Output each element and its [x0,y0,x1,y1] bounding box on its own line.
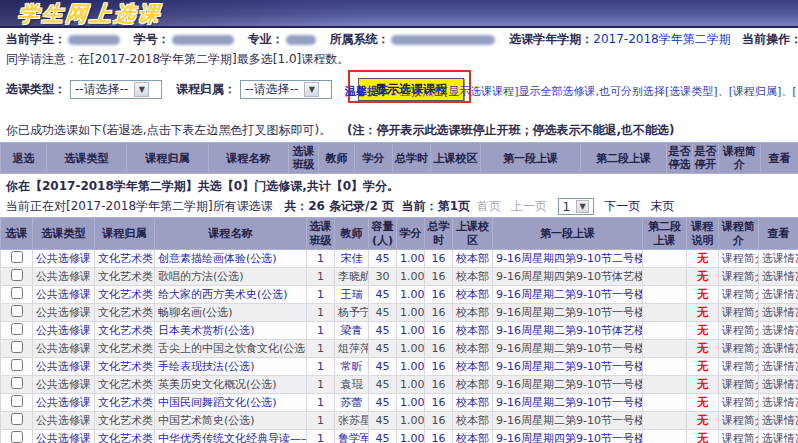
row-select-cell [1,411,33,429]
cell-credit: 1.00 [397,429,425,443]
cell-note: 无 [687,249,719,267]
cell-teacher: 宋佳 [335,249,369,267]
cell-schedule2 [643,249,687,267]
cell-view[interactable]: 选课情况 [759,375,798,393]
cell-type: 公共选修课 [33,411,95,429]
cell-campus: 校本部 [453,285,493,303]
row-select-cell [1,249,33,267]
course-select-checkbox[interactable] [11,395,23,407]
cell-cls: 1 [307,303,335,321]
column-header: 上课校区 [431,143,481,174]
column-header: 课程归属 [95,218,155,249]
cell-schedule1: 9-16周星期四第9-10节体艺楼110室(60人) [493,267,643,285]
cell-intro[interactable]: 课程简介 [719,357,759,375]
semester-label: 选课学年学期： [509,32,593,46]
course-category-select[interactable]: --请选择-- ▼ [240,80,332,99]
cell-view[interactable]: 选课情况 [759,285,798,303]
course-select-checkbox[interactable] [11,269,23,281]
cell-view[interactable]: 选课情况 [759,411,798,429]
record-count: 共：26 条记录/2 页 [284,199,394,213]
cell-note: 无 [687,411,719,429]
selected-summary: 你在【2017-2018学年第二学期】共选【0】门选修课,共计【0】学分。 [0,174,798,197]
cell-teacher: 王瑞 [335,285,369,303]
cell-intro[interactable]: 课程简介 [719,267,759,285]
column-header: 课程说明 [687,218,719,249]
column-header: 查看 [759,218,798,249]
cell-note: 无 [687,375,719,393]
cell-campus: 校本部 [453,393,493,411]
cell-view[interactable]: 选课情况 [759,393,798,411]
cell-view[interactable]: 选课情况 [759,249,798,267]
cell-type: 公共选修课 [33,339,95,357]
column-header: 第二段上课 [643,218,687,249]
row-select-cell [1,339,33,357]
cell-intro[interactable]: 课程简介 [719,321,759,339]
cell-intro[interactable]: 课程简介 [719,393,759,411]
semester-value[interactable]: 2017-2018学年第二学期 [593,32,730,46]
cell-intro[interactable]: 课程简介 [719,429,759,443]
course-select-checkbox[interactable] [11,305,23,317]
cell-name: 中华优秀传统文化经典导读——《道德经》(公选) [155,429,307,443]
cell-view[interactable]: 选课情况 [759,303,798,321]
cell-category: 文化艺术类 [95,321,155,339]
course-select-checkbox[interactable] [11,431,23,443]
cell-intro[interactable]: 课程简介 [719,303,759,321]
column-header: 是否停选 [667,143,693,174]
cell-view[interactable]: 选课情况 [759,357,798,375]
cell-view[interactable]: 选课情况 [759,321,798,339]
operation-label: 当前操作： [742,32,798,46]
table-row: 公共选修课文化艺术类给大家的西方美术史(公选)1王瑞451.0016校本部9-1… [1,285,798,303]
cell-hours: 16 [425,429,453,443]
cell-schedule1: 9-16周星期二第9-10节一号楼116室(50人) [493,375,643,393]
cell-type: 公共选修课 [33,375,95,393]
column-header: 容量(人) [369,218,397,249]
cell-cls: 1 [307,393,335,411]
cell-intro[interactable]: 课程简介 [719,249,759,267]
student-label: 当前学生： [6,32,66,46]
course-select-checkbox[interactable] [11,377,23,389]
cell-category: 文化艺术类 [95,339,155,357]
table-row: 公共选修课文化艺术类舌尖上的中国之饮食文化(公选)1俎萍萍451.0016校本部… [1,339,798,357]
row-select-cell [1,375,33,393]
column-header: 学分 [397,218,425,249]
cell-intro[interactable]: 课程简介 [719,285,759,303]
student-id-label: 学号： [134,32,170,46]
course-select-checkbox[interactable] [11,287,23,299]
column-header: 选课类型 [47,143,127,174]
cell-schedule1: 9-16周星期二第9-10节一号楼113室(70人) [493,339,643,357]
course-select-checkbox[interactable] [11,413,23,425]
cell-intro[interactable]: 课程简介 [719,375,759,393]
column-header: 选课类型 [33,218,95,249]
cell-credit: 1.00 [397,267,425,285]
cell-hours: 16 [425,267,453,285]
course-select-checkbox[interactable] [11,341,23,353]
cell-view[interactable]: 选课情况 [759,429,798,443]
cell-view[interactable]: 选课情况 [759,267,798,285]
column-header: 选课班级 [289,143,319,174]
cell-credit: 1.00 [397,393,425,411]
next-page-link[interactable]: 下一页 [604,199,640,213]
cell-schedule2 [643,429,687,443]
course-select-checkbox[interactable] [11,251,23,263]
cell-name: 手绘表现技法(公选) [155,357,307,375]
cell-campus: 校本部 [453,303,493,321]
cell-cls: 1 [307,267,335,285]
page-select[interactable]: 1 ▼ [558,198,594,215]
cell-intro[interactable]: 课程简介 [719,339,759,357]
cell-cls: 1 [307,249,335,267]
last-page-link[interactable]: 末页 [650,199,674,213]
cell-teacher: 常昕 [335,357,369,375]
course-select-checkbox[interactable] [11,359,23,371]
cell-capacity: 45 [369,411,397,429]
course-select-checkbox[interactable] [11,323,23,335]
tip-label: 温馨提示： [345,85,400,98]
cell-view[interactable]: 选课情况 [759,339,798,357]
course-type-select[interactable]: --请选择-- ▼ [70,80,162,99]
column-header: 课程简介 [719,218,759,249]
cell-note: 无 [687,357,719,375]
cell-capacity: 45 [369,429,397,443]
chevron-down-icon: ▼ [304,82,319,97]
cell-schedule1: 9-16周星期二第9-10节一号楼114室(50人) [493,357,643,375]
column-header: 第一段上课 [481,143,581,174]
cell-intro[interactable]: 课程简介 [719,411,759,429]
